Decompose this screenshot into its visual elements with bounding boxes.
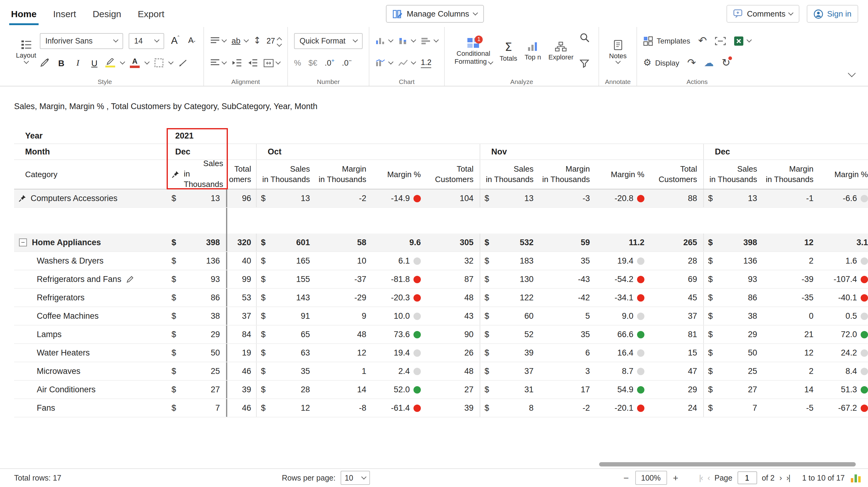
margin-cell[interactable]: -2 bbox=[316, 190, 372, 207]
sales-cell[interactable]: $60 bbox=[479, 307, 540, 325]
sales-cell[interactable]: $50 bbox=[703, 344, 763, 362]
margin-cell[interactable]: 59 bbox=[540, 233, 596, 251]
sales-cell[interactable]: $93 bbox=[703, 270, 763, 288]
margin-cell[interactable]: -2 bbox=[540, 399, 596, 417]
currency-format-button[interactable]: $€ bbox=[308, 58, 317, 67]
margin-pct-cell[interactable]: 9.0 bbox=[596, 307, 649, 325]
customers-cell[interactable]: 81 bbox=[649, 325, 703, 343]
category-cell[interactable]: Air Conditioners bbox=[14, 381, 167, 398]
data-label-format-button[interactable]: 1.2 bbox=[421, 58, 432, 68]
margin-pct-header[interactable]: Margin % bbox=[596, 160, 649, 189]
edit-icon[interactable] bbox=[126, 275, 134, 283]
margin-cell[interactable]: -37 bbox=[316, 270, 372, 288]
sales-cell[interactable]: $601 bbox=[256, 233, 316, 251]
row-height-stepper[interactable]: 27 bbox=[267, 36, 281, 46]
margin-pct-cell[interactable]: 19.4 bbox=[596, 252, 649, 270]
customers-cell[interactable]: 40 bbox=[227, 252, 256, 270]
year-cell[interactable]: 2021 bbox=[167, 128, 227, 143]
month-group-dec[interactable]: Dec bbox=[703, 144, 868, 160]
customers-cell[interactable]: 39 bbox=[227, 381, 256, 398]
customers-cell[interactable]: 27 bbox=[426, 381, 479, 398]
margin-cell[interactable]: 3 bbox=[540, 362, 596, 380]
horizontal-scrollbar[interactable] bbox=[0, 462, 868, 467]
wrap-text-button[interactable]: ab bbox=[231, 36, 248, 45]
margin-pct-cell[interactable]: 8.7 bbox=[596, 362, 649, 380]
collapse-icon[interactable]: − bbox=[19, 238, 27, 247]
sales-cell[interactable]: $86 bbox=[703, 289, 763, 307]
category-cell[interactable]: Fans bbox=[14, 399, 167, 417]
margin-header[interactable]: Marginin Thousands bbox=[316, 160, 372, 189]
sales-header[interactable]: Salesin Thousands bbox=[479, 160, 540, 189]
collapse-ribbon-button[interactable] bbox=[849, 67, 855, 79]
margin-pct-cell[interactable]: -40.1 bbox=[819, 289, 868, 307]
export-excel-button[interactable] bbox=[734, 36, 751, 46]
pinned-sales-cell[interactable]: $29 bbox=[167, 325, 227, 343]
margin-cell[interactable]: -43 bbox=[540, 270, 596, 288]
sales-cell[interactable]: $165 bbox=[256, 252, 316, 270]
table-row[interactable]: Computers Accessories$1396$13-2-14.9104$… bbox=[14, 190, 868, 208]
margin-pct-cell[interactable]: -107.4 bbox=[819, 270, 868, 288]
margin-pct-cell[interactable]: -61.4 bbox=[372, 399, 426, 417]
sales-cell[interactable]: $28 bbox=[256, 381, 316, 398]
margin-cell[interactable]: 12 bbox=[763, 233, 819, 251]
margin-pct-cell[interactable]: 52.0 bbox=[372, 381, 426, 398]
customers-cell[interactable]: 29 bbox=[649, 381, 703, 398]
margin-pct-cell[interactable]: 11.2 bbox=[596, 233, 649, 251]
pinned-sales-cell[interactable]: $136 bbox=[167, 252, 227, 270]
margin-cell[interactable]: 0 bbox=[763, 307, 819, 325]
line-chart-button[interactable] bbox=[398, 59, 415, 67]
customers-cell[interactable]: 24 bbox=[649, 399, 703, 417]
customers-cell[interactable]: 28 bbox=[649, 252, 703, 270]
pen-icon[interactable] bbox=[178, 59, 188, 67]
percent-format-button[interactable]: % bbox=[294, 58, 301, 67]
filter-icon[interactable] bbox=[580, 59, 590, 68]
margin-cell[interactable]: 2 bbox=[763, 252, 819, 270]
customers-cell[interactable]: 320 bbox=[227, 233, 256, 251]
margin-cell[interactable]: 35 bbox=[540, 252, 596, 270]
sales-cell[interactable]: $38 bbox=[703, 307, 763, 325]
customers-cell[interactable]: 26 bbox=[426, 344, 479, 362]
customers-cell[interactable]: 48 bbox=[426, 362, 479, 380]
customers-cell[interactable]: 39 bbox=[426, 399, 479, 417]
customers-cell[interactable]: 37 bbox=[227, 307, 256, 325]
margin-pct-cell[interactable]: 6.1 bbox=[372, 252, 426, 270]
font-family-select[interactable]: Inforiver Sans bbox=[40, 33, 123, 49]
sales-cell[interactable]: $7 bbox=[703, 399, 763, 417]
margin-cell[interactable]: 1 bbox=[316, 362, 372, 380]
sales-cell[interactable]: $532 bbox=[479, 233, 540, 251]
margin-pct-cell[interactable]: 10.0 bbox=[372, 307, 426, 325]
margin-pct-cell[interactable]: -67.2 bbox=[819, 399, 868, 417]
templates-button[interactable]: Templates bbox=[643, 36, 690, 46]
pinned-sales-cell[interactable]: $7 bbox=[167, 399, 227, 417]
table-row[interactable]: −Home Appliances$398320$601589.6305$5325… bbox=[14, 233, 868, 252]
sales-header[interactable]: Salesin Thousands bbox=[256, 160, 316, 189]
margin-pct-cell[interactable]: 8.4 bbox=[819, 362, 868, 380]
category-cell[interactable]: Refrigerators bbox=[14, 289, 167, 307]
category-cell[interactable]: Water Heaters bbox=[14, 344, 167, 362]
sales-cell[interactable]: $130 bbox=[479, 270, 540, 288]
customers-cell[interactable]: 87 bbox=[426, 270, 479, 288]
sales-cell[interactable]: $35 bbox=[256, 362, 316, 380]
customers-cell[interactable]: 46 bbox=[227, 362, 256, 380]
customers-cell[interactable]: 46 bbox=[227, 399, 256, 417]
table-row[interactable]: Water Heaters$5019$631219.426$39616.415$… bbox=[14, 344, 868, 362]
increase-decimal-button[interactable]: .0+ bbox=[325, 58, 335, 67]
display-button[interactable]: ⚙ Display bbox=[643, 58, 679, 67]
sales-cell[interactable]: $136 bbox=[703, 252, 763, 270]
category-column-header[interactable]: Category bbox=[14, 160, 167, 189]
fit-width-icon[interactable] bbox=[715, 36, 726, 45]
sales-cell[interactable]: $13 bbox=[479, 190, 540, 207]
category-cell[interactable]: Microwaves bbox=[14, 362, 167, 380]
margin-cell[interactable]: 12 bbox=[763, 344, 819, 362]
margin-cell[interactable]: -3 bbox=[540, 190, 596, 207]
customers-header[interactable]: TotalCustomers bbox=[426, 160, 479, 189]
margin-pct-header[interactable]: Margin % bbox=[819, 160, 868, 189]
undo-icon[interactable]: ↶ bbox=[698, 35, 707, 46]
margin-cell[interactable]: 14 bbox=[316, 381, 372, 398]
margin-pct-cell[interactable]: 1.6 bbox=[819, 252, 868, 270]
italic-button[interactable]: I bbox=[72, 58, 83, 68]
quick-format-select[interactable]: Quick Format bbox=[294, 33, 363, 49]
category-cell[interactable]: Washers & Dryers bbox=[14, 252, 167, 270]
margin-pct-cell[interactable]: -81.8 bbox=[372, 270, 426, 288]
totals-button[interactable]: Σ Totals bbox=[496, 31, 521, 72]
